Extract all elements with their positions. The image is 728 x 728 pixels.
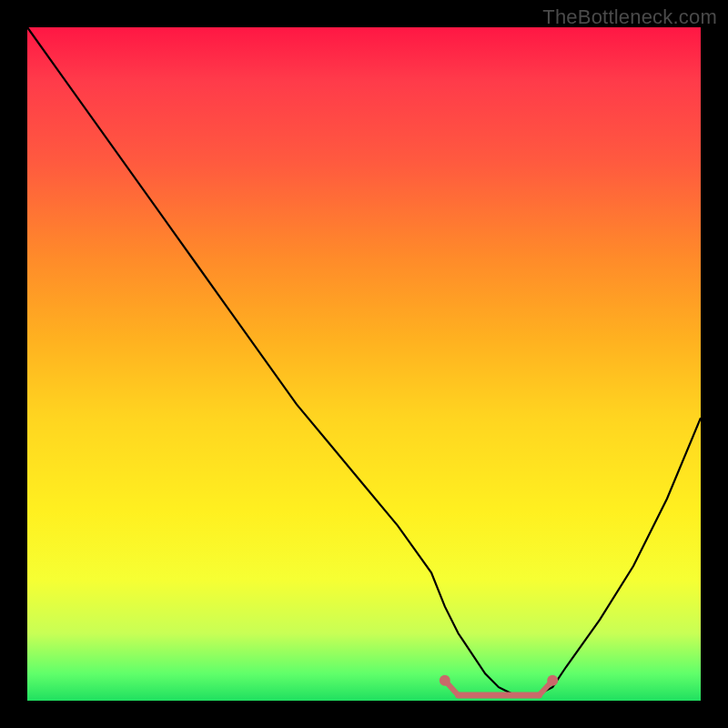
chart-frame: TheBottleneck.com (0, 0, 728, 728)
bottleneck-curve-path (27, 27, 701, 694)
optimal-left-connector (445, 681, 459, 695)
curve-svg (27, 27, 701, 701)
watermark-text: TheBottleneck.com (542, 5, 717, 29)
plot-area (27, 27, 701, 701)
